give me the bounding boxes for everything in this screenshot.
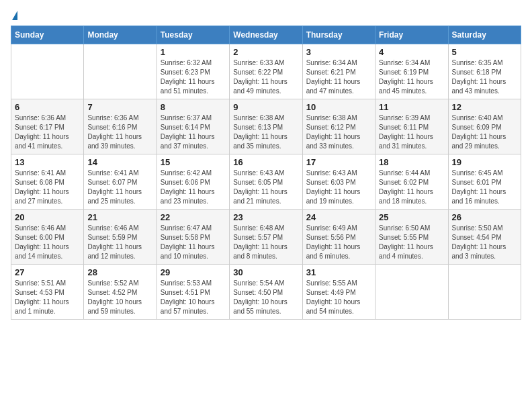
day-info: Sunrise: 6:45 AM Sunset: 6:01 PM Dayligh… (452, 169, 517, 206)
calendar-cell: 27Sunrise: 5:51 AM Sunset: 4:53 PM Dayli… (11, 265, 84, 320)
calendar-cell (375, 265, 448, 320)
calendar-header-friday: Friday (375, 26, 448, 44)
calendar-week-row: 13Sunrise: 6:41 AM Sunset: 6:08 PM Dayli… (11, 154, 521, 210)
day-number: 24 (306, 212, 371, 222)
calendar-cell: 10Sunrise: 6:38 AM Sunset: 6:12 PM Dayli… (302, 99, 375, 154)
day-info: Sunrise: 6:32 AM Sunset: 6:23 PM Dayligh… (161, 58, 226, 96)
day-info: Sunrise: 6:42 AM Sunset: 6:06 PM Dayligh… (161, 169, 226, 206)
day-number: 28 (87, 267, 152, 277)
calendar-week-row: 20Sunrise: 6:46 AM Sunset: 6:00 PM Dayli… (11, 210, 521, 265)
calendar-cell: 28Sunrise: 5:52 AM Sunset: 4:52 PM Dayli… (84, 265, 157, 320)
calendar-cell: 7Sunrise: 6:36 AM Sunset: 6:16 PM Daylig… (84, 99, 157, 154)
calendar-cell: 11Sunrise: 6:39 AM Sunset: 6:11 PM Dayli… (375, 99, 448, 154)
day-info: Sunrise: 6:48 AM Sunset: 5:57 PM Dayligh… (233, 224, 298, 261)
calendar-header-monday: Monday (84, 26, 157, 44)
calendar-cell: 9Sunrise: 6:38 AM Sunset: 6:13 PM Daylig… (230, 99, 302, 154)
calendar-cell: 19Sunrise: 6:45 AM Sunset: 6:01 PM Dayli… (448, 154, 521, 210)
day-info: Sunrise: 6:41 AM Sunset: 6:08 PM Dayligh… (15, 169, 80, 206)
calendar-header-saturday: Saturday (448, 26, 521, 44)
day-info: Sunrise: 6:43 AM Sunset: 6:03 PM Dayligh… (306, 169, 371, 206)
calendar-header-wednesday: Wednesday (230, 26, 302, 44)
calendar-header-tuesday: Tuesday (157, 26, 229, 44)
day-info: Sunrise: 5:52 AM Sunset: 4:52 PM Dayligh… (87, 279, 152, 316)
day-info: Sunrise: 5:50 AM Sunset: 4:54 PM Dayligh… (452, 224, 517, 261)
day-number: 22 (161, 212, 226, 222)
calendar-cell: 23Sunrise: 6:48 AM Sunset: 5:57 PM Dayli… (230, 210, 302, 265)
day-number: 29 (161, 267, 226, 277)
day-info: Sunrise: 6:34 AM Sunset: 6:19 PM Dayligh… (379, 58, 444, 96)
day-number: 30 (233, 267, 298, 277)
day-number: 6 (15, 102, 80, 112)
day-info: Sunrise: 5:51 AM Sunset: 4:53 PM Dayligh… (15, 279, 80, 316)
calendar-week-row: 1Sunrise: 6:32 AM Sunset: 6:23 PM Daylig… (11, 44, 521, 99)
day-number: 4 (379, 47, 444, 57)
day-info: Sunrise: 6:38 AM Sunset: 6:12 PM Dayligh… (306, 113, 371, 151)
day-info: Sunrise: 6:34 AM Sunset: 6:21 PM Dayligh… (306, 58, 371, 96)
day-number: 2 (233, 47, 298, 57)
calendar-cell: 6Sunrise: 6:36 AM Sunset: 6:17 PM Daylig… (11, 99, 84, 154)
day-info: Sunrise: 6:33 AM Sunset: 6:22 PM Dayligh… (233, 58, 298, 96)
calendar-cell (84, 44, 157, 99)
day-number: 8 (161, 102, 226, 112)
calendar-cell: 1Sunrise: 6:32 AM Sunset: 6:23 PM Daylig… (157, 44, 229, 99)
calendar-cell: 29Sunrise: 5:53 AM Sunset: 4:51 PM Dayli… (157, 265, 229, 320)
day-info: Sunrise: 6:37 AM Sunset: 6:14 PM Dayligh… (161, 113, 226, 151)
calendar-cell: 20Sunrise: 6:46 AM Sunset: 6:00 PM Dayli… (11, 210, 84, 265)
day-number: 12 (452, 102, 517, 112)
calendar-cell (11, 44, 84, 99)
calendar-week-row: 27Sunrise: 5:51 AM Sunset: 4:53 PM Dayli… (11, 265, 521, 320)
calendar-cell: 2Sunrise: 6:33 AM Sunset: 6:22 PM Daylig… (230, 44, 302, 99)
calendar-cell: 4Sunrise: 6:34 AM Sunset: 6:19 PM Daylig… (375, 44, 448, 99)
day-info: Sunrise: 6:36 AM Sunset: 6:17 PM Dayligh… (15, 113, 80, 151)
day-info: Sunrise: 6:36 AM Sunset: 6:16 PM Dayligh… (87, 113, 152, 151)
day-number: 15 (161, 157, 226, 167)
calendar-cell: 3Sunrise: 6:34 AM Sunset: 6:21 PM Daylig… (302, 44, 375, 99)
day-info: Sunrise: 6:44 AM Sunset: 6:02 PM Dayligh… (379, 169, 444, 206)
day-number: 14 (87, 157, 152, 167)
day-number: 18 (379, 157, 444, 167)
calendar-cell: 8Sunrise: 6:37 AM Sunset: 6:14 PM Daylig… (157, 99, 229, 154)
day-number: 13 (15, 157, 80, 167)
day-number: 19 (452, 157, 517, 167)
day-number: 3 (306, 47, 371, 57)
day-info: Sunrise: 6:43 AM Sunset: 6:05 PM Dayligh… (233, 169, 298, 206)
calendar-cell: 5Sunrise: 6:35 AM Sunset: 6:18 PM Daylig… (448, 44, 521, 99)
day-info: Sunrise: 6:50 AM Sunset: 5:55 PM Dayligh… (379, 224, 444, 261)
day-number: 23 (233, 212, 298, 222)
day-info: Sunrise: 6:49 AM Sunset: 5:56 PM Dayligh… (306, 224, 371, 261)
day-number: 5 (452, 47, 517, 57)
calendar-header-row: SundayMondayTuesdayWednesdayThursdayFrid… (11, 26, 521, 44)
day-info: Sunrise: 5:54 AM Sunset: 4:50 PM Dayligh… (233, 279, 298, 316)
calendar-header-thursday: Thursday (302, 26, 375, 44)
calendar-cell: 24Sunrise: 6:49 AM Sunset: 5:56 PM Dayli… (302, 210, 375, 265)
calendar-cell: 14Sunrise: 6:41 AM Sunset: 6:07 PM Dayli… (84, 154, 157, 210)
day-number: 27 (15, 267, 80, 277)
page-header (11, 11, 521, 20)
day-info: Sunrise: 6:35 AM Sunset: 6:18 PM Dayligh… (452, 58, 517, 96)
day-number: 7 (87, 102, 152, 112)
calendar-cell: 16Sunrise: 6:43 AM Sunset: 6:05 PM Dayli… (230, 154, 302, 210)
day-info: Sunrise: 6:47 AM Sunset: 5:58 PM Dayligh… (161, 224, 226, 261)
day-info: Sunrise: 6:46 AM Sunset: 6:00 PM Dayligh… (15, 224, 80, 261)
logo-triangle-icon (12, 11, 17, 20)
day-info: Sunrise: 6:41 AM Sunset: 6:07 PM Dayligh… (87, 169, 152, 206)
calendar-cell: 17Sunrise: 6:43 AM Sunset: 6:03 PM Dayli… (302, 154, 375, 210)
day-info: Sunrise: 6:39 AM Sunset: 6:11 PM Dayligh… (379, 113, 444, 151)
calendar-header-sunday: Sunday (11, 26, 84, 44)
logo (11, 11, 17, 20)
day-info: Sunrise: 6:46 AM Sunset: 5:59 PM Dayligh… (87, 224, 152, 261)
calendar-cell: 21Sunrise: 6:46 AM Sunset: 5:59 PM Dayli… (84, 210, 157, 265)
calendar-cell: 22Sunrise: 6:47 AM Sunset: 5:58 PM Dayli… (157, 210, 229, 265)
calendar-week-row: 6Sunrise: 6:36 AM Sunset: 6:17 PM Daylig… (11, 99, 521, 154)
calendar-cell (448, 265, 521, 320)
day-number: 26 (452, 212, 517, 222)
day-number: 31 (306, 267, 371, 277)
calendar-cell: 15Sunrise: 6:42 AM Sunset: 6:06 PM Dayli… (157, 154, 229, 210)
calendar-cell: 18Sunrise: 6:44 AM Sunset: 6:02 PM Dayli… (375, 154, 448, 210)
day-number: 10 (306, 102, 371, 112)
day-info: Sunrise: 5:53 AM Sunset: 4:51 PM Dayligh… (161, 279, 226, 316)
calendar-cell: 30Sunrise: 5:54 AM Sunset: 4:50 PM Dayli… (230, 265, 302, 320)
day-number: 17 (306, 157, 371, 167)
calendar-cell: 26Sunrise: 5:50 AM Sunset: 4:54 PM Dayli… (448, 210, 521, 265)
day-info: Sunrise: 5:55 AM Sunset: 4:49 PM Dayligh… (306, 279, 371, 316)
